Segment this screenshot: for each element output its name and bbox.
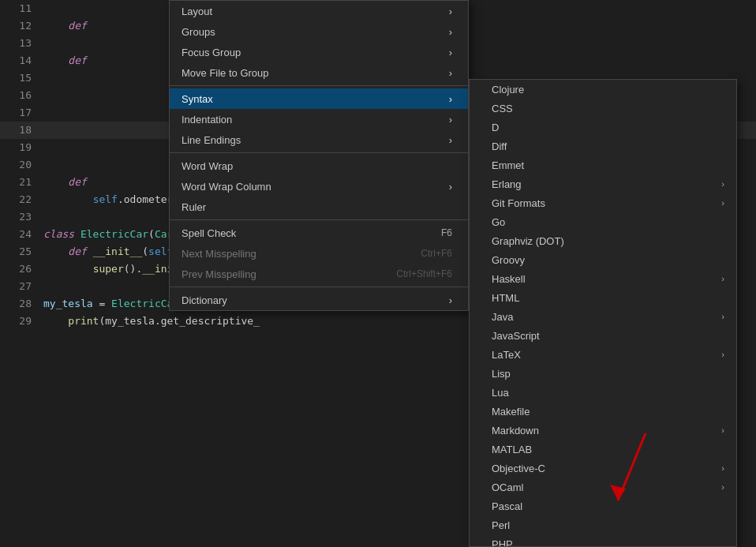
menu-item-next-misspelling-label: Next Misspelling [182,248,256,260]
syntax-item-graphviz[interactable]: Graphviz (DOT) [470,231,736,250]
syntax-menu[interactable]: Clojure CSS D Diff Emmet Erlang › Git Fo… [469,79,737,547]
syntax-item-lua[interactable]: Lua [470,383,736,402]
menu-item-line-endings-label: Line Endings [182,134,241,146]
menu-item-focus-group-arrow: › [449,47,452,58]
menu-item-groups-arrow: › [449,26,452,38]
menu-item-syntax-arrow: › [449,93,452,105]
menu-item-spell-check[interactable]: Spell Check F6 [170,223,468,243]
menu-item-move-file[interactable]: Move File to Group › [170,62,468,83]
separator-3 [170,219,468,220]
syntax-item-objective-c[interactable]: Objective-C › [470,459,736,478]
separator-1 [170,85,468,86]
menu-item-groups-label: Groups [182,26,215,38]
menu-item-layout-arrow: › [449,6,452,17]
menu-item-dictionary-arrow: › [449,294,452,306]
menu-item-next-misspelling-shortcut: Ctrl+F6 [421,248,452,259]
syntax-item-go-label: Go [492,216,724,228]
syntax-item-diff-label: Diff [492,140,724,152]
syntax-item-pascal[interactable]: Pascal [470,496,736,515]
syntax-item-haskell-arrow: › [721,274,724,283]
syntax-item-markdown[interactable]: Markdown › [470,421,736,440]
menu-item-spell-check-label: Spell Check [182,227,236,239]
syntax-item-perl[interactable]: Perl [470,515,736,534]
syntax-item-makefile-label: Makefile [492,406,724,418]
menu-item-prev-misspelling-label: Prev Misspelling [182,268,256,280]
syntax-item-erlang-label: Erlang [492,178,721,190]
context-menu[interactable]: Layout › Groups › Focus Group › Move Fil… [169,0,469,311]
menu-item-line-endings-arrow: › [449,134,452,146]
syntax-item-git-formats[interactable]: Git Formats › [470,193,736,212]
syntax-item-javascript-label: JavaScript [492,330,724,342]
separator-2 [170,152,468,153]
menu-item-ruler[interactable]: Ruler [170,197,468,217]
syntax-item-ocaml-arrow: › [721,482,724,492]
menu-item-word-wrap[interactable]: Word Wrap [170,155,468,176]
menu-item-layout-label: Layout [182,6,212,17]
menu-item-spell-check-shortcut: F6 [441,227,452,238]
syntax-item-graphviz-label: Graphviz (DOT) [492,235,724,247]
syntax-item-latex-label: LaTeX [492,349,721,361]
menu-item-word-wrap-label: Word Wrap [182,160,233,172]
syntax-item-java[interactable]: Java › [470,307,736,326]
syntax-item-git-formats-arrow: › [721,198,724,208]
syntax-item-html[interactable]: HTML [470,288,736,307]
menu-item-word-wrap-column-label: Word Wrap Column [182,181,271,193]
menu-item-focus-group[interactable]: Focus Group › [170,42,468,62]
syntax-item-java-arrow: › [721,312,724,321]
syntax-item-clojure[interactable]: Clojure [470,80,736,99]
syntax-item-makefile[interactable]: Makefile [470,402,736,421]
menu-item-dictionary[interactable]: Dictionary › [170,290,468,310]
menu-item-dictionary-label: Dictionary [182,294,227,306]
menu-item-indentation[interactable]: Indentation › [170,109,468,129]
menu-item-word-wrap-column-arrow: › [449,181,452,193]
menu-item-indentation-arrow: › [449,114,452,126]
syntax-item-git-formats-label: Git Formats [492,197,721,209]
syntax-item-emmet[interactable]: Emmet [470,155,736,174]
menu-item-move-file-label: Move File to Group [182,67,269,79]
menu-item-prev-misspelling[interactable]: Prev Misspelling Ctrl+Shift+F6 [170,264,468,284]
syntax-item-lisp-label: Lisp [492,368,724,380]
syntax-item-haskell[interactable]: Haskell › [470,269,736,288]
menu-item-syntax[interactable]: Syntax › [170,88,468,109]
syntax-item-erlang[interactable]: Erlang › [470,174,736,193]
syntax-item-ocaml-label: OCaml [492,481,721,493]
syntax-item-html-label: HTML [492,292,724,304]
syntax-item-objective-c-label: Objective-C [492,463,721,474]
syntax-item-matlab-label: MATLAB [492,444,724,455]
syntax-item-css-label: CSS [492,103,724,114]
syntax-item-lua-label: Lua [492,387,724,399]
menu-item-prev-misspelling-shortcut: Ctrl+Shift+F6 [396,268,452,279]
syntax-item-css[interactable]: CSS [470,99,736,118]
syntax-item-go[interactable]: Go [470,212,736,231]
syntax-item-latex-arrow: › [721,350,724,359]
menu-item-line-endings[interactable]: Line Endings › [170,129,468,150]
syntax-item-groovy[interactable]: Groovy [470,250,736,269]
syntax-item-lisp[interactable]: Lisp [470,364,736,383]
menu-item-syntax-label: Syntax [182,93,213,105]
syntax-item-erlang-arrow: › [721,179,724,189]
syntax-item-markdown-arrow: › [721,425,724,435]
syntax-item-matlab[interactable]: MATLAB [470,440,736,459]
menu-item-layout[interactable]: Layout › [170,1,468,21]
syntax-item-groovy-label: Groovy [492,254,724,266]
menu-item-ruler-label: Ruler [182,201,206,213]
syntax-item-d-label: D [492,122,724,133]
syntax-item-pascal-label: Pascal [492,500,724,512]
syntax-item-d[interactable]: D [470,118,736,137]
menu-item-next-misspelling[interactable]: Next Misspelling Ctrl+F6 [170,243,468,264]
syntax-item-javascript[interactable]: JavaScript [470,326,736,345]
syntax-item-latex[interactable]: LaTeX › [470,345,736,364]
menu-item-focus-group-label: Focus Group [182,47,241,58]
menu-item-groups[interactable]: Groups › [170,21,468,42]
syntax-item-php[interactable]: PHP [470,534,736,547]
separator-4 [170,287,468,287]
syntax-item-clojure-label: Clojure [492,84,724,96]
syntax-item-objective-c-arrow: › [721,463,724,473]
syntax-item-ocaml[interactable]: OCaml › [470,478,736,496]
menu-item-indentation-label: Indentation [182,114,232,126]
syntax-item-markdown-label: Markdown [492,425,721,436]
menu-item-word-wrap-column[interactable]: Word Wrap Column › [170,176,468,197]
syntax-item-java-label: Java [492,311,721,323]
menu-item-move-file-arrow: › [449,67,452,79]
syntax-item-diff[interactable]: Diff [470,137,736,155]
